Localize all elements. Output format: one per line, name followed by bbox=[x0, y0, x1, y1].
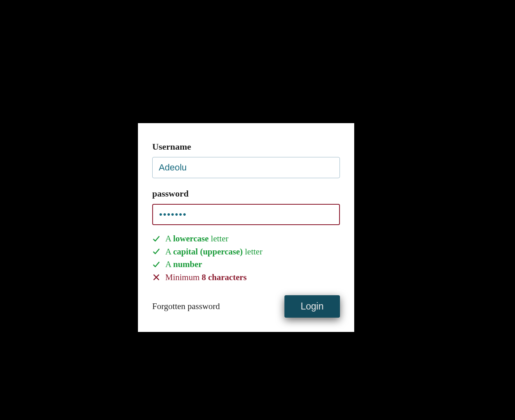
username-input[interactable] bbox=[152, 157, 340, 178]
forgotten-password-link[interactable]: Forgotten password bbox=[152, 301, 220, 312]
login-button[interactable]: Login bbox=[284, 295, 340, 318]
validation-text: A lowercase letter bbox=[165, 232, 229, 245]
validation-length: Minimum 8 characters bbox=[152, 271, 340, 284]
validation-text: Minimum 8 characters bbox=[165, 271, 246, 284]
validation-lowercase: A lowercase letter bbox=[152, 232, 340, 245]
password-input[interactable] bbox=[152, 204, 340, 225]
validation-uppercase: A capital (uppercase) letter bbox=[152, 245, 340, 259]
username-label: Username bbox=[152, 141, 340, 152]
password-label: password bbox=[152, 188, 340, 199]
check-icon bbox=[152, 235, 160, 243]
validation-number: A number bbox=[152, 258, 340, 271]
check-icon bbox=[152, 261, 160, 269]
password-validation-list: A lowercase letter A capital (uppercase)… bbox=[152, 232, 340, 284]
validation-text: A number bbox=[165, 258, 202, 271]
validation-text: A capital (uppercase) letter bbox=[165, 245, 262, 259]
form-footer: Forgotten password Login bbox=[152, 295, 340, 318]
login-card: Username password A lowercase letter A c… bbox=[138, 123, 354, 332]
check-icon bbox=[152, 248, 160, 256]
cross-icon bbox=[152, 273, 160, 281]
